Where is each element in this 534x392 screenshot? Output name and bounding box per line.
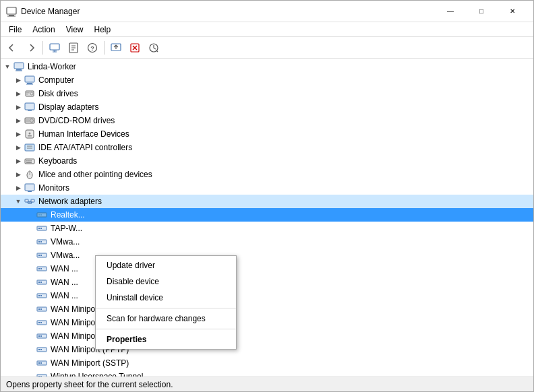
ide-label: IDE ATA/ATAPI controllers (38, 143, 132, 152)
tree-item-wan-pptp[interactable]: WAN Miniport (PPTP) (1, 343, 533, 356)
tree-item-tapw[interactable]: TAP-W... (1, 222, 533, 235)
dvd-icon (24, 115, 36, 126)
svg-rect-77 (40, 308, 42, 310)
expand-mice-icon: ▶ (13, 169, 24, 180)
dvd-label: DVD/CD-ROM drives (38, 116, 115, 125)
menu-action[interactable]: Action (27, 24, 60, 36)
tree-item-wan2[interactable]: WAN ... (1, 275, 533, 289)
network-label: Network adapters (38, 197, 102, 206)
svg-rect-41 (28, 160, 30, 162)
no-expand-tapw (25, 223, 36, 234)
svg-text:?: ? (90, 45, 94, 52)
nic-vmwa1-icon (36, 236, 48, 247)
computer-button[interactable] (46, 39, 63, 57)
device-manager-window: Device Manager — □ ✕ File Action View He… (0, 0, 534, 392)
tree-item-keyboard[interactable]: ▶ Keyboards (1, 154, 533, 168)
ctx-uninstall-device[interactable]: Uninstall device (96, 290, 236, 306)
update-driver-button[interactable] (107, 39, 125, 57)
root-label: Linda-Worker (28, 62, 76, 71)
svg-rect-61 (38, 241, 40, 242)
svg-rect-85 (38, 349, 40, 350)
tree-item-mice[interactable]: ▶ Mice and other pointing devices (1, 168, 533, 181)
svg-rect-88 (38, 362, 40, 364)
tree-item-wintun[interactable]: Wintun Userspace Tunnel (1, 370, 533, 377)
tree-item-display[interactable]: ▶ Display adapters (1, 100, 533, 114)
no-expand-vmwa2 (25, 250, 36, 261)
svg-rect-74 (40, 295, 42, 296)
ctx-update-driver[interactable]: Update driver (96, 257, 236, 273)
window-title: Device Manager (21, 7, 435, 16)
device-tree[interactable]: ▼ Linda-Worker ▶ (1, 59, 533, 377)
tree-item-hid[interactable]: ▶ Human Interface Devices (1, 127, 533, 141)
tree-item-realtek[interactable]: Realtek... (1, 208, 533, 222)
main-area: ▼ Linda-Worker ▶ (1, 59, 533, 377)
menu-file[interactable]: File (3, 24, 27, 36)
nic-wintun-icon (36, 371, 48, 377)
mice-label: Mice and other pointing devices (38, 170, 152, 179)
tree-item-monitors[interactable]: ▶ Monitors (1, 181, 533, 195)
no-expand-wan-netmon (25, 317, 36, 328)
svg-rect-0 (7, 7, 16, 14)
svg-rect-1 (9, 15, 14, 16)
help-button[interactable]: ? (84, 39, 101, 57)
tree-item-wan-l2tp[interactable]: WAN Miniport (L2TP) (1, 302, 533, 316)
tree-item-computer[interactable]: ▶ Computer (1, 73, 533, 87)
tree-item-network[interactable]: ▼ Network adapters (1, 195, 533, 208)
tree-item-disk[interactable]: ▶ Disk drives (1, 87, 533, 100)
svg-rect-35 (28, 135, 32, 137)
desktop-icon (24, 75, 36, 86)
nic-netmon-icon (36, 317, 48, 328)
window-controls: — □ ✕ (435, 1, 528, 22)
svg-rect-89 (40, 362, 42, 364)
ctx-properties[interactable]: Properties (96, 331, 236, 348)
svg-rect-65 (40, 255, 42, 256)
uninstall-button[interactable] (126, 39, 144, 57)
minimize-button[interactable]: — (435, 1, 466, 22)
back-button[interactable] (3, 39, 21, 57)
wan2-label: WAN ... (51, 277, 78, 287)
expand-dvd-icon: ▶ (13, 115, 24, 126)
no-expand-realtek (25, 209, 36, 220)
tree-item-wan-netmon[interactable]: WAN Miniport (Network Monitor) (1, 316, 533, 329)
svg-rect-91 (38, 376, 40, 377)
svg-point-34 (29, 133, 31, 135)
tree-item-wan1[interactable]: WAN ... (1, 262, 533, 275)
svg-rect-83 (40, 335, 42, 337)
expand-disk-icon: ▶ (13, 88, 24, 99)
svg-rect-24 (26, 91, 34, 96)
svg-rect-29 (28, 110, 32, 111)
context-menu: Update driver Disable device Uninstall d… (95, 255, 237, 350)
mouse-icon (24, 169, 36, 180)
svg-rect-64 (38, 255, 40, 256)
properties-button[interactable] (65, 39, 82, 57)
maximize-button[interactable]: □ (466, 1, 497, 22)
no-expand-wan-pppoe (25, 331, 36, 341)
nic-pppoe-icon (36, 331, 48, 341)
tree-item-wan3[interactable]: WAN ... (1, 289, 533, 302)
svg-rect-19 (16, 69, 22, 71)
menu-view[interactable]: View (61, 24, 89, 36)
svg-rect-42 (30, 160, 32, 162)
nic-vmwa2-icon (36, 250, 48, 261)
svg-rect-73 (38, 295, 40, 296)
menu-help[interactable]: Help (89, 24, 117, 36)
tree-item-ide[interactable]: ▶ IDE ATA/ATAPI controllers (1, 141, 533, 154)
forward-button[interactable] (22, 39, 40, 57)
tree-item-vmwa1[interactable]: VMwa... (1, 235, 533, 249)
tree-item-vmwa2[interactable]: VMwa... (1, 249, 533, 262)
expand-network-icon: ▼ (13, 196, 24, 207)
no-expand-wan1 (25, 263, 36, 274)
tree-item-wan-pppoe[interactable]: WAN Miniport (PPPOE) (1, 329, 533, 343)
hid-icon (24, 129, 36, 139)
close-button[interactable]: ✕ (497, 1, 528, 22)
ctx-scan-changes[interactable]: Scan for hardware changes (96, 311, 236, 327)
svg-rect-2 (7, 15, 16, 16)
ctx-disable-device[interactable]: Disable device (96, 273, 236, 290)
tree-item-dvd[interactable]: ▶ DVD/CD-ROM drives (1, 114, 533, 127)
computer-icon (13, 61, 25, 72)
tree-item-root[interactable]: ▼ Linda-Worker (1, 60, 533, 73)
tree-item-wan-sstp[interactable]: WAN Miniport (SSTP) (1, 356, 533, 370)
expand-keyboard-icon: ▶ (13, 156, 24, 166)
scan-changes-button[interactable] (145, 39, 162, 57)
display-label: Display adapters (38, 102, 98, 112)
